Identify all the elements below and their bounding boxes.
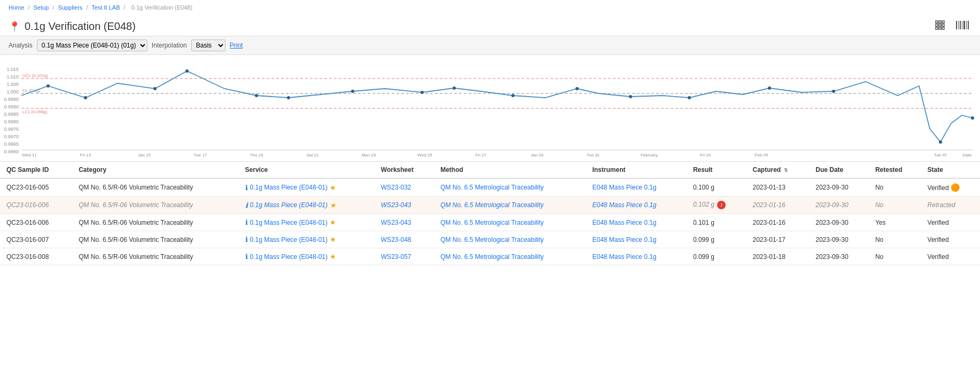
breadcrumb: Home / Setup / Suppliers / Test It LAB /… [0, 0, 980, 15]
cell-method: QM No. 6.5 Metrological Traceability [434, 231, 586, 248]
cell-worksheet: WS23-043 [375, 196, 434, 214]
svg-text:0.9960: 0.9960 [4, 149, 19, 154]
star-icon: ★ [330, 218, 336, 226]
toolbar: Analysis 0.1g Mass Piece (E048-01) (01g)… [0, 36, 980, 55]
service-link[interactable]: 0.1g Mass Piece (E048-01) [250, 219, 328, 226]
worksheet-link[interactable]: WS23-043 [381, 219, 411, 226]
chart-container: 1.015 1.010 1.005 1.000 0.9995 0.9990 0.… [0, 55, 980, 162]
cell-service: ℹ 0.1g Mass Piece (E048-01) ★ [239, 196, 375, 214]
grid-view-button[interactable] [933, 19, 949, 34]
service-link[interactable]: 0.1g Mass Piece (E048-01) [250, 184, 328, 191]
cell-method: QM No. 6.5 Metrological Traceability [434, 248, 586, 265]
cell-due-date: 2023-09-30 [809, 214, 869, 231]
cell-instrument: E048 Mass Piece 0.1g [586, 231, 686, 248]
svg-point-39 [287, 96, 290, 99]
svg-rect-2 [942, 21, 944, 23]
worksheet-link[interactable]: WS23-048 [381, 236, 411, 243]
cell-category: QM No. 6.5/R-06 Volumetric Traceability [72, 196, 238, 214]
cell-state: Verified [921, 231, 980, 248]
worksheet-link[interactable]: WS23-057 [381, 253, 411, 261]
print-button[interactable]: Print [230, 42, 243, 49]
cell-worksheet: WS23-048 [375, 231, 434, 248]
info-icon: ℹ [245, 218, 248, 226]
cell-category: QM No. 6.5/R-06 Volumetric Traceability [72, 231, 238, 248]
col-result: Result [687, 162, 746, 178]
col-qc-sample-id: QC Sample ID [0, 162, 72, 178]
svg-text:Wed 25: Wed 25 [417, 153, 432, 158]
svg-text:0.9965: 0.9965 [4, 141, 19, 147]
svg-rect-5 [942, 24, 944, 26]
svg-text:Wed 11: Wed 11 [22, 153, 37, 158]
svg-rect-8 [942, 27, 944, 29]
svg-rect-13 [963, 21, 965, 29]
svg-text:1.000: 1.000 [6, 89, 19, 94]
cell-instrument: E048 Mass Piece 0.1g [586, 178, 686, 196]
star-icon: ★ [330, 184, 336, 192]
svg-text:LCL (0.099g): LCL (0.099g) [22, 109, 48, 114]
svg-point-35 [84, 96, 87, 99]
breadcrumb-home[interactable]: Home [9, 4, 24, 11]
sort-icon: ⇅ [784, 168, 788, 173]
star-icon: ★ [330, 235, 336, 243]
cell-state: Verified 🟠 [921, 178, 980, 196]
service-link[interactable]: 0.1g Mass Piece (E048-01) [250, 253, 328, 261]
method-link[interactable]: QM No. 6.5 Metrological Traceability [440, 184, 543, 191]
breadcrumb-suppliers[interactable]: Suppliers [58, 4, 82, 11]
cell-retested: Yes [869, 214, 921, 231]
cell-instrument: E048 Mass Piece 0.1g [586, 248, 686, 265]
method-link[interactable]: QM No. 6.5 Metrological Traceability [440, 201, 543, 209]
method-link[interactable]: QM No. 6.5 Metrological Traceability [440, 219, 543, 226]
svg-rect-6 [936, 27, 938, 29]
cell-captured: 2023-01-16 [746, 196, 810, 214]
svg-rect-15 [968, 21, 969, 29]
svg-text:Jan 29: Jan 29 [531, 153, 544, 158]
barcode-button[interactable] [953, 19, 971, 34]
instrument-link[interactable]: E048 Mass Piece 0.1g [592, 236, 656, 243]
breadcrumb-current: 0.1g Verification (E048) [131, 4, 192, 11]
service-link[interactable]: 0.1g Mass Piece (E048-01) [250, 201, 328, 209]
analysis-select[interactable]: 0.1g Mass Piece (E048-01) (01g) [37, 40, 147, 51]
cell-category: QM No. 6.5/R-06 Volumetric Traceability [72, 248, 238, 265]
method-link[interactable]: QM No. 6.5 Metrological Traceability [440, 236, 543, 243]
service-link[interactable]: 0.1g Mass Piece (E048-01) [250, 236, 328, 243]
method-link[interactable]: QM No. 6.5 Metrological Traceability [440, 253, 543, 261]
instrument-link[interactable]: E048 Mass Piece 0.1g [592, 201, 656, 209]
cell-service: ℹ 0.1g Mass Piece (E048-01) ★ [239, 178, 375, 196]
location-icon: 📍 [9, 21, 20, 33]
chart-svg: 1.015 1.010 1.005 1.000 0.9995 0.9990 0.… [0, 59, 980, 158]
info-icon: ℹ [245, 184, 248, 192]
cell-qc-sample-id: QC23-016-008 [0, 248, 72, 265]
breadcrumb-setup[interactable]: Setup [34, 4, 49, 11]
svg-point-43 [511, 94, 515, 97]
cell-qc-sample-id: QC23-016-007 [0, 231, 72, 248]
col-method: Method [434, 162, 586, 178]
svg-text:Feb 05: Feb 05 [755, 153, 768, 158]
cell-captured: 2023-01-16 [746, 214, 810, 231]
svg-rect-4 [939, 24, 941, 26]
state-text: Retracted [928, 201, 955, 209]
breadcrumb-testit[interactable]: Test It LAB [91, 4, 120, 11]
instrument-link[interactable]: E048 Mass Piece 0.1g [592, 219, 656, 226]
svg-point-48 [832, 90, 835, 93]
cell-method: QM No. 6.5 Metrological Traceability [434, 196, 586, 214]
worksheet-link[interactable]: WS23-043 [381, 201, 411, 209]
svg-text:Tue 07: Tue 07 [934, 153, 947, 158]
svg-text:1.015: 1.015 [6, 67, 19, 72]
col-instrument: Instrument [586, 162, 686, 178]
cell-result: 0.100 g [687, 178, 746, 196]
cell-qc-sample-id: QC23-016-006 [0, 214, 72, 231]
cell-captured: 2023-01-17 [746, 231, 810, 248]
worksheet-link[interactable]: WS23-032 [381, 184, 411, 191]
instrument-link[interactable]: E048 Mass Piece 0.1g [592, 253, 656, 261]
results-table: QC Sample ID Category Service Worksheet … [0, 162, 980, 265]
svg-text:0.9975: 0.9975 [4, 127, 19, 132]
col-captured[interactable]: Captured ⇅ [746, 162, 810, 178]
svg-point-36 [153, 87, 157, 90]
svg-point-46 [688, 96, 691, 99]
instrument-link[interactable]: E048 Mass Piece 0.1g [592, 184, 656, 191]
interpolation-select[interactable]: Basis Linear Cubic [191, 40, 225, 51]
warning-badge: ! [717, 201, 726, 209]
svg-text:Tue 31: Tue 31 [587, 153, 600, 158]
cell-due-date: 2023-09-30 [809, 231, 869, 248]
svg-point-44 [575, 87, 579, 90]
